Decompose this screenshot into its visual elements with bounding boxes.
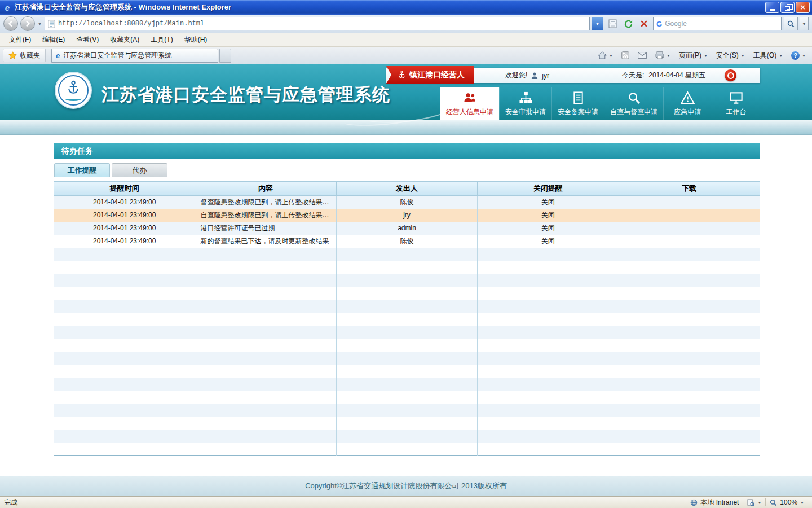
cell-content — [195, 339, 336, 352]
forward-button[interactable] — [20, 16, 35, 31]
menu-help[interactable]: 帮助(H) — [179, 33, 213, 46]
logout-button[interactable] — [725, 69, 736, 81]
ie-logo-icon: e — [2, 2, 12, 12]
nav-item-emergency[interactable]: 应急申请 — [663, 87, 712, 120]
site-title: 江苏省港口安全监管与应急管理系统 — [102, 83, 390, 107]
safety-menu-button[interactable]: 安全(S)▼ — [713, 49, 748, 62]
page-menu-button[interactable]: 页面(P)▼ — [676, 49, 711, 62]
nav-item-operator-info[interactable]: 经营人信息申请 — [440, 87, 499, 120]
nav-item-safety-filing[interactable]: 安全备案申请 — [551, 87, 604, 120]
search-magnifier-icon — [787, 20, 795, 28]
compatibility-view-button[interactable] — [606, 17, 619, 30]
search-input[interactable]: G Google — [653, 17, 782, 30]
cell-sender — [336, 430, 477, 443]
cell-sender — [336, 417, 477, 430]
cell-content — [195, 326, 336, 339]
date-group: 今天是: 2014-04-04 星期五 — [622, 71, 705, 80]
cell-content — [195, 261, 336, 274]
cell-sender — [336, 248, 477, 261]
zoom-level-button[interactable]: 100% ▼ — [766, 498, 808, 506]
close-reminder-link[interactable]: 关闭 — [541, 224, 555, 232]
tab-bar: 收藏夹 e 江苏省港口安全监管与应急管理系统 ▼ ▼ 页面(P)▼ — [0, 47, 812, 64]
browser-tab-active[interactable]: e 江苏省港口安全监管与应急管理系统 — [51, 49, 218, 63]
cell-sender — [336, 326, 477, 339]
close-reminder-link[interactable]: 关闭 — [541, 237, 555, 245]
empty-row — [54, 430, 760, 443]
search-button[interactable] — [784, 17, 798, 30]
nav-item-safety-approval[interactable]: 安全审批申请 — [499, 87, 551, 120]
cell-close: 关闭 — [478, 222, 619, 235]
table-header-row: 提醒时间 内容 发出人 关闭提醒 下载 — [54, 182, 760, 196]
tab-title: 江苏省港口安全监管与应急管理系统 — [63, 51, 171, 60]
cell-sender — [336, 274, 477, 287]
window-title: 江苏省港口安全监管与应急管理系统 - Windows Internet Expl… — [15, 2, 765, 12]
restore-button[interactable] — [780, 2, 795, 13]
menu-edit[interactable]: 编辑(E) — [37, 33, 70, 46]
page-zoom-icon — [747, 499, 754, 506]
task-table: 提醒时间 内容 发出人 关闭提醒 下载 2014-04-01 23:49:00督… — [54, 181, 760, 456]
panel-tabs: 工作提醒 代办 — [54, 163, 760, 177]
nav-item-workbench[interactable]: 工作台 — [712, 87, 760, 120]
cell-download — [619, 261, 760, 274]
menu-view[interactable]: 查看(V) — [70, 33, 104, 46]
recent-pages-dropdown[interactable]: ▼ — [38, 22, 42, 26]
print-button[interactable]: ▼ — [652, 49, 674, 62]
empty-row — [54, 404, 760, 417]
empty-row — [54, 339, 760, 352]
cell-download — [619, 352, 760, 365]
cell-sender — [336, 404, 477, 417]
refresh-button[interactable] — [621, 17, 635, 30]
header-content: 内容 — [195, 182, 336, 196]
cell-remind-time — [54, 326, 195, 339]
cell-remind-time — [54, 404, 195, 417]
cell-download — [619, 209, 760, 222]
back-button[interactable] — [3, 16, 18, 31]
tab-pending[interactable]: 代办 — [112, 163, 167, 177]
address-input[interactable]: http://localhost:8080/yjpt/Main.html — [45, 17, 590, 30]
cell-content — [195, 417, 336, 430]
welcome-label: 欢迎您! — [505, 71, 527, 80]
home-button[interactable]: ▼ — [594, 49, 616, 62]
empty-row — [54, 352, 760, 365]
cell-sender: jry — [336, 209, 477, 222]
feeds-button[interactable] — [618, 49, 633, 62]
cell-download — [619, 404, 760, 417]
tab-work-reminder[interactable]: 工作提醒 — [54, 163, 110, 177]
close-button[interactable]: × — [796, 2, 810, 13]
cell-content — [195, 430, 336, 443]
cell-sender — [336, 391, 477, 404]
help-menu-button[interactable]: ?▼ — [788, 49, 809, 62]
cell-sender — [336, 300, 477, 313]
header-remind-time: 提醒时间 — [54, 182, 195, 196]
favorites-button-label: 收藏夹 — [20, 51, 40, 60]
cell-close — [478, 261, 619, 274]
stop-button[interactable] — [637, 17, 651, 30]
menu-bar: 文件(F) 编辑(E) 查看(V) 收藏夹(A) 工具(T) 帮助(H) — [0, 33, 812, 47]
nav-item-self-supervise-check[interactable]: 自查与督查申请 — [604, 87, 663, 120]
main-nav: 经营人信息申请安全审批申请安全备案申请自查与督查申请应急申请工作台 — [440, 87, 760, 120]
task-row: 2014-04-01 23:49:00督查隐患整改期限已到，请上传整改结果…陈俊… — [54, 196, 760, 209]
cell-close: 关闭 — [478, 209, 619, 222]
cell-close — [478, 300, 619, 313]
cell-remind-time — [54, 339, 195, 352]
document-icon — [571, 91, 585, 105]
cell-remind-time — [54, 430, 195, 443]
read-mail-button[interactable] — [634, 49, 650, 62]
address-dropdown-button[interactable]: ▼ — [592, 17, 603, 30]
menu-file[interactable]: 文件(F) — [3, 33, 37, 46]
cell-close — [478, 313, 619, 326]
empty-row — [54, 417, 760, 430]
cell-download — [619, 235, 760, 248]
zoom-tools-button[interactable]: ▼ — [743, 499, 765, 506]
empty-row — [54, 287, 760, 300]
close-reminder-link[interactable]: 关闭 — [541, 211, 555, 219]
empty-row — [54, 248, 760, 261]
new-tab-button[interactable] — [219, 49, 231, 63]
tools-menu-button[interactable]: 工具(O)▼ — [750, 49, 786, 62]
menu-favorites[interactable]: 收藏夹(A) — [104, 33, 145, 46]
search-options-dropdown[interactable]: ▼ — [800, 17, 809, 30]
minimize-button[interactable] — [765, 2, 779, 13]
close-reminder-link[interactable]: 关闭 — [541, 198, 555, 206]
favorites-button[interactable]: 收藏夹 — [3, 49, 46, 62]
menu-tools[interactable]: 工具(T) — [145, 33, 178, 46]
